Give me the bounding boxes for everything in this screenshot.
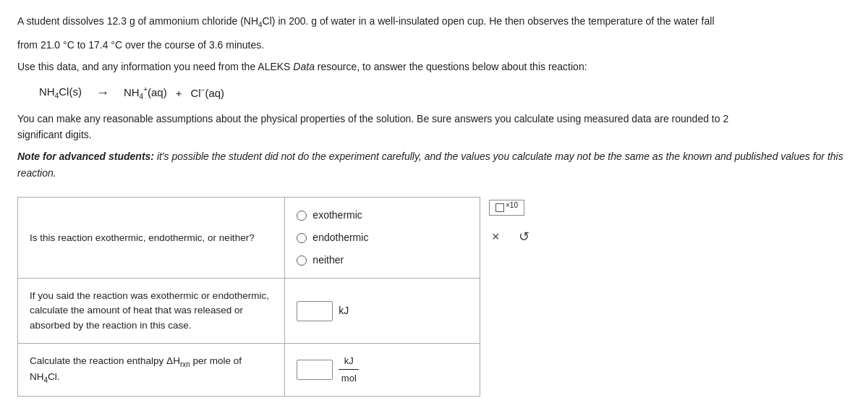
redo-button[interactable]: ↺ (516, 226, 532, 247)
q2-answer-cell: kJ (285, 279, 480, 344)
radio-neither[interactable] (297, 255, 307, 266)
unit-denominator: mol (341, 371, 357, 386)
kj-mol-row: kJ mol (297, 354, 468, 386)
assumptions-text: You can make any reasonable assumptions … (17, 111, 851, 143)
right-panel: ×10 × ↺ (489, 197, 532, 247)
intro-line1: A student dissolves 12.3 g of ammonium c… (17, 13, 851, 31)
equation-plus: + (176, 87, 182, 99)
q3-answer-cell: kJ mol (285, 343, 480, 396)
use-text: Use this data, and any information you n… (17, 59, 851, 75)
kj-mol-fraction: kJ mol (339, 354, 359, 386)
kj-unit: kJ (339, 303, 349, 318)
equation-rhs1: NH4+(aq) (124, 85, 167, 101)
equation-arrow: → (96, 85, 109, 101)
option-endothermic[interactable]: endothermic (297, 230, 468, 245)
q2-input[interactable] (297, 301, 333, 321)
table-row: Calculate the reaction enthalpy ΔHrxn pe… (18, 343, 480, 396)
radio-exothermic[interactable] (297, 211, 307, 221)
clear-button[interactable]: × (489, 227, 503, 247)
table-row: If you said the reaction was exothermic … (18, 279, 480, 344)
question-table: Is this reaction exothermic, endothermic… (17, 197, 480, 397)
x10-label: ×10 (506, 201, 518, 209)
radio-endothermic[interactable] (297, 233, 307, 243)
note-label: Note for advanced students: (17, 151, 154, 162)
intro-line2: from 21.0 °C to 17.4 °C over the course … (17, 37, 851, 53)
chemical-equation: NH4Cl(s) → NH4+(aq) + Cl−(aq) (17, 85, 851, 101)
q3-input[interactable] (297, 360, 333, 380)
action-buttons: × ↺ (489, 226, 532, 247)
q1-text: Is this reaction exothermic, endothermic… (18, 198, 285, 279)
label-endothermic: endothermic (312, 230, 368, 245)
q3-text: Calculate the reaction enthalpy ΔHrxn pe… (18, 343, 285, 396)
q1-answer-cell: exothermic endothermic neither (285, 198, 480, 279)
unit-numerator: kJ (344, 354, 354, 368)
kj-input-row: kJ (297, 301, 468, 321)
radio-group-q1: exothermic endothermic neither (297, 208, 468, 268)
table-row: Is this reaction exothermic, endothermic… (18, 198, 480, 279)
x10-checkbox[interactable] (495, 203, 504, 212)
q2-text: If you said the reaction was exothermic … (18, 279, 285, 344)
option-neither[interactable]: neither (297, 253, 468, 268)
equation-lhs: NH4Cl(s) (39, 85, 82, 100)
option-exothermic[interactable]: exothermic (297, 208, 468, 223)
label-exothermic: exothermic (312, 208, 362, 223)
equation-rhs2: Cl−(aq) (190, 86, 224, 99)
main-content-area: Is this reaction exothermic, endothermic… (17, 197, 851, 397)
fraction-line (339, 369, 359, 370)
x10-badge: ×10 (489, 200, 524, 216)
label-neither: neither (312, 253, 344, 268)
note-text: Note for advanced students: it's possibl… (17, 148, 851, 181)
